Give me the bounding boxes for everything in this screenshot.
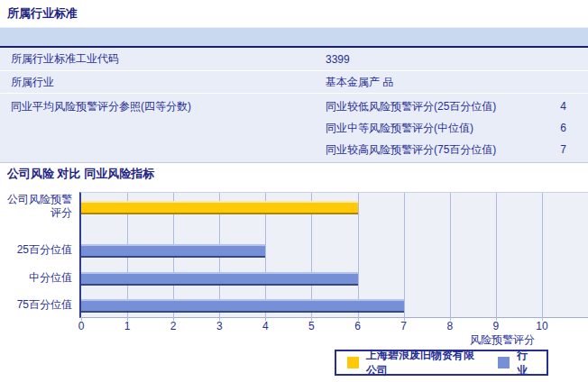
y-axis-label-3: 75百分位值 <box>0 298 72 312</box>
legend-label-industry: 行业 <box>517 348 536 378</box>
y-axis-labels: 公司风险预警评分25百分位值中分位值75百分位值 <box>0 192 76 316</box>
bar-中分位值 <box>81 272 358 286</box>
gridline-10 <box>542 193 543 317</box>
industry-standard-table: 所属行业标准工业代码 3399 所属行业 基本金属产 品 同业平均风险预警评分参… <box>0 27 588 163</box>
bar-75百分位值 <box>81 299 404 313</box>
legend-swatch-company <box>347 357 359 368</box>
industry-name-label: 所属行业 <box>0 75 326 90</box>
plot-area <box>79 192 588 318</box>
x-tick-label-10: 10 <box>536 320 547 332</box>
x-tick-label-0: 0 <box>78 320 85 332</box>
table-row: 所属行业 基本金属产 品 <box>0 70 588 93</box>
x-tick-label-8: 8 <box>446 320 453 332</box>
industry-code-value: 3399 <box>326 53 588 66</box>
table-row: 同业平均风险预警评分参照(四等分数) 同业较低风险预警评分(25百分位值) 4 … <box>0 93 588 162</box>
y-axis-label-0: 公司风险预警评分 <box>0 193 72 220</box>
table-row: 同业中等风险预警评分(中位值) 6 <box>326 117 588 139</box>
peer-average-score-label: 同业平均风险预警评分参照(四等分数) <box>0 94 326 114</box>
chart: 公司风险预警评分25百分位值中分位值75百分位值 012345678910 风险… <box>0 192 588 382</box>
peer-median-score-value: 6 <box>536 122 566 134</box>
table-row: 所属行业标准工业代码 3399 <box>0 48 588 70</box>
peer-high-score-value: 7 <box>536 143 566 156</box>
peer-median-score-label: 同业中等风险预警评分(中位值) <box>326 121 536 136</box>
y-axis-label-2: 中分位值 <box>0 271 72 285</box>
comparison-chart-title: 公司风险 对比 同业风险指标 <box>7 166 154 182</box>
x-tick-label-7: 7 <box>400 320 407 332</box>
peer-low-score-value: 4 <box>536 100 566 113</box>
risk-report-page: 所属行业标准 所属行业标准工业代码 3399 所属行业 基本金属产 品 同业平均… <box>0 0 588 382</box>
bar-公司风险预警评分 <box>81 201 358 214</box>
peer-score-subtable: 同业较低风险预警评分(25百分位值) 4 同业中等风险预警评分(中位值) 6 同… <box>326 94 588 160</box>
industry-standard-title: 所属行业标准 <box>7 5 78 22</box>
x-tick-label-3: 3 <box>216 320 223 332</box>
table-header-band <box>0 27 588 48</box>
chart-legend: 上海碧浪废旧物资有限公司 行业 <box>335 350 548 376</box>
bar-25百分位值 <box>81 244 265 258</box>
table-row: 同业较高风险预警评分(75百分位值) 7 <box>326 139 588 160</box>
x-axis-ticks: 012345678910 <box>81 317 588 333</box>
x-tick-label-1: 1 <box>124 320 131 332</box>
x-tick-label-9: 9 <box>492 320 499 332</box>
peer-high-score-label: 同业较高风险预警评分(75百分位值) <box>326 142 536 158</box>
industry-name-value: 基本金属产 品 <box>326 75 588 90</box>
peer-low-score-label: 同业较低风险预警评分(25百分位值) <box>326 99 536 114</box>
legend-label-company: 上海碧浪废旧物资有限公司 <box>366 348 478 378</box>
x-tick-label-4: 4 <box>262 320 269 332</box>
gridline-7 <box>404 193 405 317</box>
table-row: 同业较低风险预警评分(25百分位值) 4 <box>326 96 588 117</box>
gridline-8 <box>450 193 451 317</box>
x-tick-label-2: 2 <box>170 320 177 332</box>
y-axis-label-1: 25百分位值 <box>0 243 72 257</box>
x-axis-title: 风险预警评分 <box>470 332 535 348</box>
industry-code-label: 所属行业标准工业代码 <box>0 51 326 67</box>
x-tick-label-6: 6 <box>354 320 361 332</box>
x-tick-label-5: 5 <box>308 320 315 332</box>
gridline-9 <box>496 193 497 317</box>
legend-swatch-industry <box>498 357 510 368</box>
